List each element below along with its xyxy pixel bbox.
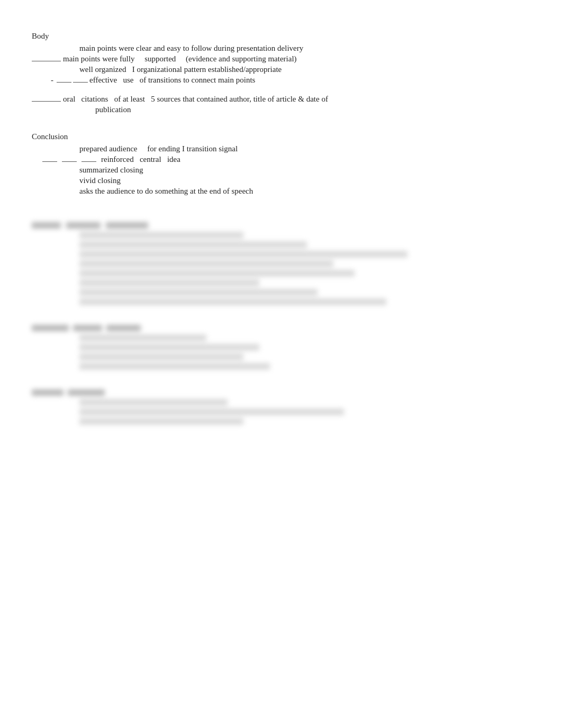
conclusion-section: Conclusion prepared audience for ending … xyxy=(32,132,530,196)
blurred-posture-content xyxy=(32,334,530,370)
dash-prefix: - xyxy=(51,76,53,85)
blank-3 xyxy=(73,82,88,83)
body-line-5-text: oral citations of at least 5 sources tha… xyxy=(63,95,328,104)
blurred-delivery-section xyxy=(32,222,530,305)
body-line-6-text: publication xyxy=(95,105,131,114)
blank-7 xyxy=(81,161,96,162)
conclusion-line-2-text: reinforced central idea xyxy=(101,155,180,164)
body-line-6: publication xyxy=(32,105,530,114)
conclusion-line-1-text: prepared audience for ending I transitio… xyxy=(79,144,238,153)
blank-2 xyxy=(57,82,71,83)
blurred-visual-content xyxy=(32,399,530,425)
body-line-5: oral citations of at least 5 sources tha… xyxy=(32,95,530,104)
body-line-1: main points were clear and easy to follo… xyxy=(32,44,530,53)
blank-5 xyxy=(42,161,57,162)
conclusion-line-4: vivid closing xyxy=(32,176,530,185)
body-line-3: well organized I organizational pattern … xyxy=(32,65,530,74)
conclusion-line-3: summarized closing xyxy=(32,166,530,175)
conclusion-line-3-text: summarized closing xyxy=(79,166,143,175)
three-blanks xyxy=(42,161,98,162)
blank-1 xyxy=(32,61,61,61)
body-title: Body xyxy=(32,32,530,41)
conclusion-line-1: prepared audience for ending I transitio… xyxy=(32,144,530,153)
body-line-4: - effective use of transitions to connec… xyxy=(32,76,530,85)
body-line-3-text: well organized I organizational pattern … xyxy=(79,65,282,74)
blurred-visual-section xyxy=(32,389,530,425)
conclusion-line-2: reinforced central idea xyxy=(32,155,530,164)
conclusion-line-5: asks the audience to do something at the… xyxy=(32,187,530,196)
body-line-4-text: effective use of transitions to connect … xyxy=(89,76,255,85)
blank-4 xyxy=(32,101,61,102)
blurred-posture-section xyxy=(32,325,530,370)
conclusion-title: Conclusion xyxy=(32,132,530,141)
body-line-2: main points were fully supported (eviden… xyxy=(32,54,530,63)
body-line-2-text: main points were fully supported (eviden… xyxy=(63,54,297,63)
blank-6 xyxy=(62,161,77,162)
conclusion-line-5-text: asks the audience to do something at the… xyxy=(79,187,253,196)
blurred-delivery-content xyxy=(32,232,530,305)
body-line-1-text: main points were clear and easy to follo… xyxy=(79,44,303,53)
body-section: Body main points were clear and easy to … xyxy=(32,32,530,114)
conclusion-line-4-text: vivid closing xyxy=(79,176,121,185)
